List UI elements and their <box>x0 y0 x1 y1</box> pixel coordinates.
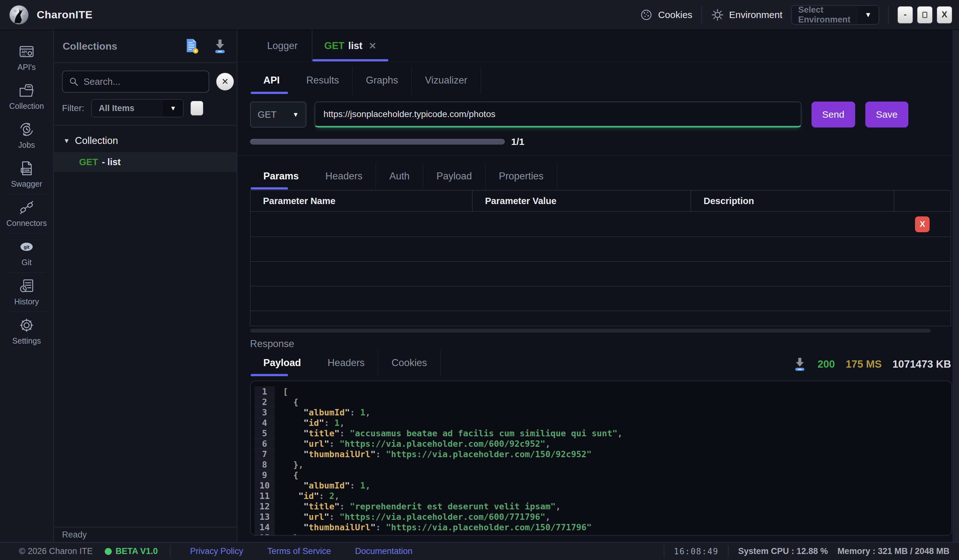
request-method-badge: GET <box>79 157 98 167</box>
code-lines: 1[2 {3 "albumId": 1,4 "id": 1,5 "title":… <box>251 386 951 536</box>
tab-auth[interactable]: Auth <box>376 163 423 189</box>
sidebar-item-collection[interactable]: Collection <box>0 77 53 116</box>
settings-gear-icon <box>19 317 35 333</box>
close-button[interactable]: X <box>937 6 952 24</box>
sidebar-item-history[interactable]: History <box>0 273 53 312</box>
collections-tree: ▼ Collection GET - list <box>54 126 237 527</box>
search-icon <box>68 76 79 87</box>
code-line: 7 "thumbnailUrl": "https://via.placehold… <box>251 449 951 460</box>
apis-icon: API </> <box>19 44 35 59</box>
sidebar-item-git[interactable]: git Git <box>0 234 53 272</box>
code-line: 5 "title": "accusamus beatae ad facilis … <box>251 428 951 439</box>
response-tabs: Payload Headers Cookies <box>250 350 441 376</box>
filter-select[interactable]: All Items ▼ <box>91 99 183 118</box>
tab-results[interactable]: Results <box>293 67 352 94</box>
sidebar-item-label: History <box>14 297 39 306</box>
delete-row-button[interactable]: X <box>915 216 930 232</box>
beta-label: BETA V1.0 <box>116 546 158 556</box>
tab-response-cookies[interactable]: Cookies <box>378 350 441 376</box>
param-value-cell[interactable] <box>473 212 691 237</box>
table-row: X <box>250 212 951 237</box>
maximize-icon <box>922 12 927 18</box>
sidebar-item-swagger[interactable]: JSON Swagger <box>0 155 53 194</box>
environment-select[interactable]: Select Environment ▼ <box>791 5 879 25</box>
url-input[interactable] <box>315 109 801 119</box>
tab-graphs[interactable]: Graphs <box>352 67 412 94</box>
collection-request-item[interactable]: GET - list <box>54 152 237 172</box>
vertical-scrollbar[interactable] <box>953 30 959 542</box>
beta-dot-icon <box>105 548 112 555</box>
table-row <box>250 237 951 261</box>
tab-response-headers[interactable]: Headers <box>314 350 378 376</box>
code-line: 14 "thumbnailUrl": "https://via.placehol… <box>251 522 951 533</box>
code-line: 10 "albumId": 1, <box>251 480 951 491</box>
filter-row: Filter: All Items ▼ <box>54 97 237 126</box>
tab-headers[interactable]: Headers <box>312 163 376 189</box>
import-collection-icon[interactable] <box>213 38 227 54</box>
collections-status-bar: Ready <box>54 527 237 542</box>
clear-search-button[interactable]: ✕ <box>216 73 234 91</box>
request-name: - list <box>102 157 121 167</box>
param-description-cell[interactable] <box>691 212 894 237</box>
params-table: Parameter Name Parameter Value Descripti… <box>250 190 951 326</box>
sidebar-item-label: Connectors <box>6 219 47 228</box>
close-tab-icon[interactable]: ✕ <box>369 40 376 51</box>
send-button[interactable]: Send <box>811 102 855 127</box>
sidebar-item-apis[interactable]: API </> API's <box>0 38 53 77</box>
response-payload-viewer[interactable]: 1[2 {3 "albumId": 1,4 "id": 1,5 "title":… <box>250 380 952 536</box>
sidebar-item-label: Collection <box>9 102 44 111</box>
brand: CharonITE <box>9 5 92 25</box>
tab-properties[interactable]: Properties <box>486 163 557 189</box>
code-line: 3 "albumId": 1, <box>251 407 951 418</box>
method-select[interactable]: GET ▼ <box>250 102 306 127</box>
topbar-actions: Cookies Environment Select Environment <box>640 5 952 25</box>
request-tab-bar: Logger GET list ✕ <box>237 30 959 62</box>
search-box[interactable] <box>62 70 209 93</box>
tab-payload[interactable]: Payload <box>423 163 486 189</box>
param-name-cell[interactable] <box>250 212 473 237</box>
new-collection-icon[interactable] <box>185 38 199 54</box>
code-line: 11 "id": 2, <box>251 491 951 501</box>
documentation-link[interactable]: Documentation <box>355 546 413 556</box>
app-window: CharonITE Cookies <box>0 0 959 560</box>
section-divider <box>237 155 959 156</box>
sidebar-item-connectors[interactable]: Connectors <box>0 194 53 233</box>
system-memory: Memory : 321 MB / 2048 MB <box>838 546 949 556</box>
code-line: 15 }, <box>251 533 951 536</box>
tab-get-list[interactable]: GET list ✕ <box>312 30 389 61</box>
tab-api[interactable]: API <box>250 67 293 94</box>
sidebar-item-settings[interactable]: Settings <box>0 312 53 351</box>
environment-gear-icon <box>711 8 724 22</box>
tab-logger[interactable]: Logger <box>253 30 312 61</box>
cookies-button[interactable]: Cookies <box>640 8 692 22</box>
maximize-button[interactable] <box>917 6 932 24</box>
privacy-policy-link[interactable]: Privacy Policy <box>190 546 244 556</box>
footer-divider <box>728 546 729 557</box>
code-line: 13 "url": "https://via.placeholder.com/6… <box>251 512 951 522</box>
code-line: 9 { <box>251 470 951 480</box>
collection-tree-root[interactable]: ▼ Collection <box>54 132 237 149</box>
table-row <box>250 261 951 286</box>
tab-params[interactable]: Params <box>250 163 312 189</box>
progress-bar <box>250 139 505 145</box>
svg-text:</>: </> <box>22 54 25 57</box>
horizontal-scrollbar[interactable] <box>250 329 930 332</box>
environment-button[interactable]: Environment <box>711 8 782 22</box>
terms-of-service-link[interactable]: Terms of Service <box>268 546 331 556</box>
column-header-actions <box>894 191 951 212</box>
table-row <box>250 311 951 326</box>
cookie-icon <box>640 8 653 22</box>
system-cpu: System CPU : 12.88 % <box>738 546 828 556</box>
tab-response-payload[interactable]: Payload <box>250 350 314 376</box>
save-button[interactable]: Save <box>865 102 908 127</box>
code-line: 2 { <box>251 397 951 407</box>
sidebar-item-jobs[interactable]: Jobs <box>0 116 53 155</box>
code-line: 1[ <box>251 386 951 397</box>
minimize-button[interactable]: - <box>898 6 913 24</box>
filter-checkbox[interactable] <box>191 101 203 116</box>
download-response-icon[interactable] <box>793 356 807 372</box>
beta-badge: BETA V1.0 <box>105 546 158 556</box>
response-size: 1071473 KB <box>892 358 951 370</box>
tab-vizualizer[interactable]: Vizualizer <box>412 67 481 94</box>
search-input[interactable] <box>84 76 203 87</box>
